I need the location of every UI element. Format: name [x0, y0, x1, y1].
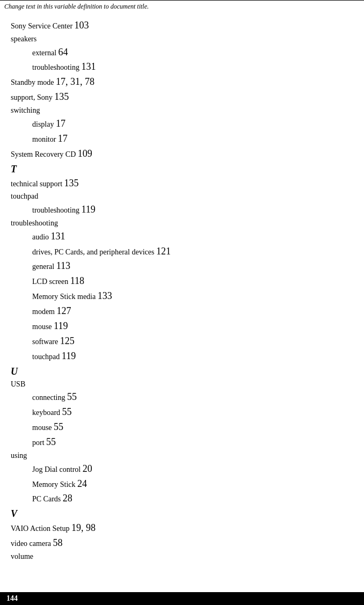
subentry-term: LCD screen: [32, 278, 70, 286]
subentry-term: mouse: [32, 323, 54, 331]
index-entry: troubleshooting: [11, 217, 353, 229]
index-entry: Standby mode 17, 31, 78: [11, 75, 353, 90]
subentry-pagenum: 119: [62, 351, 76, 361]
index-entry: technical support 135: [11, 176, 353, 191]
sub-entry: drives, PC Cards, and peripheral devices…: [11, 244, 353, 259]
entry-term: switching: [11, 106, 40, 114]
subentry-pagenum: 133: [98, 290, 112, 301]
entry-term: technical support: [11, 180, 64, 188]
index-entry: support, Sony 135: [11, 90, 353, 105]
index-entry: speakers: [11, 33, 353, 45]
entry-pagenum: 58: [53, 537, 63, 548]
header-text: Change text in this variable definition …: [4, 3, 149, 10]
sub-entry: troubleshooting 131: [11, 60, 353, 75]
subentry-pagenum: 55: [54, 421, 63, 432]
entry-term: USB: [11, 380, 25, 388]
sub-entry: LCD screen 118: [11, 274, 353, 289]
index-entry: volume: [11, 551, 353, 563]
subentry-term: Memory Stick media: [32, 293, 98, 301]
index-entry: USB: [11, 378, 353, 390]
subentry-term: keyboard: [32, 409, 62, 417]
entry-term: System Recovery CD: [11, 150, 78, 158]
subentry-term: external: [32, 49, 59, 57]
sub-entry: Jog Dial control 20: [11, 462, 353, 477]
subentry-pagenum: 127: [57, 305, 71, 316]
subentry-pagenum: 55: [46, 436, 56, 447]
subentry-term: troubleshooting: [32, 206, 81, 214]
sub-entry: audio 131: [11, 229, 353, 244]
subentry-pagenum: 113: [56, 260, 70, 271]
entry-term: troubleshooting: [11, 219, 58, 227]
subentry-pagenum: 64: [59, 47, 68, 57]
subentry-term: software: [32, 338, 60, 346]
subentry-term: port: [32, 439, 46, 447]
index-entry: switching: [11, 105, 353, 116]
index-entry: video camera 58: [11, 536, 353, 551]
subentry-term: display: [32, 120, 56, 128]
page-header: Change text in this variable definition …: [0, 0, 364, 13]
subentry-pagenum: 17: [58, 133, 68, 144]
page-content: Sony Service Center 103speakersexternal …: [0, 13, 364, 595]
subentry-pagenum: 118: [70, 275, 84, 286]
subentry-pagenum: 119: [81, 204, 95, 215]
sub-entry: Memory Stick media 133: [11, 289, 353, 304]
sub-entry: port 55: [11, 435, 353, 450]
sub-entry: mouse 119: [11, 319, 353, 334]
sub-entry: software 125: [11, 334, 353, 349]
section-letter-t: T: [11, 164, 353, 175]
index-entry: using: [11, 450, 353, 462]
sub-entry: external 64: [11, 45, 353, 60]
subentry-term: Memory Stick: [32, 480, 77, 489]
sub-entry: general 113: [11, 259, 353, 274]
entry-term: Standby mode: [11, 78, 56, 86]
sub-entry: display 17: [11, 116, 353, 132]
page-footer: 144: [0, 592, 364, 605]
subentry-term: audio: [32, 233, 51, 241]
entry-pagenum: 135: [64, 178, 79, 188]
subentry-pagenum: 17: [56, 118, 65, 129]
section-letter-v: V: [11, 508, 353, 520]
subentry-pagenum: 131: [81, 61, 96, 72]
sub-entry: keyboard 55: [11, 405, 353, 420]
subentry-pagenum: 55: [62, 406, 72, 417]
index-entry: Sony Service Center 103: [11, 18, 353, 33]
sub-entry: troubleshooting 119: [11, 202, 353, 217]
sub-entry: Memory Stick 24: [11, 477, 353, 492]
subentry-pagenum: 55: [67, 391, 77, 402]
entry-term: volume: [11, 552, 33, 560]
section-letter-u: U: [11, 366, 353, 377]
entry-term: video camera: [11, 540, 53, 548]
subentry-term: troubleshooting: [32, 63, 81, 71]
subentry-term: mouse: [32, 424, 54, 432]
subentry-term: connecting: [32, 393, 67, 402]
entry-pagenum: 109: [78, 148, 92, 159]
subentry-pagenum: 24: [77, 478, 87, 489]
subentry-term: touchpad: [32, 353, 62, 361]
index-entry: touchpad: [11, 191, 353, 202]
subentry-term: general: [32, 263, 56, 271]
subentry-term: monitor: [32, 135, 58, 143]
index-entry: System Recovery CD 109: [11, 147, 353, 162]
entry-pagenum: 19, 98: [71, 522, 96, 533]
subentry-term: PC Cards: [32, 495, 63, 503]
entry-term: speakers: [11, 35, 37, 43]
subentry-pagenum: 20: [83, 463, 92, 474]
entry-term: touchpad: [11, 192, 38, 200]
entry-term: using: [11, 451, 27, 460]
entry-pagenum: 135: [54, 91, 69, 102]
sub-entry: mouse 55: [11, 420, 353, 435]
sub-entry: connecting 55: [11, 390, 353, 405]
entry-pagenum: 103: [75, 20, 89, 31]
subentry-term: Jog Dial control: [32, 465, 83, 473]
subentry-pagenum: 119: [54, 320, 68, 331]
subentry-pagenum: 131: [51, 231, 65, 242]
sub-entry: PC Cards 28: [11, 491, 353, 506]
entry-term: Sony Service Center: [11, 22, 75, 30]
subentry-pagenum: 28: [63, 493, 72, 504]
entry-pagenum: 17, 31, 78: [56, 76, 94, 87]
subentry-term: drives, PC Cards, and peripheral devices: [32, 248, 156, 256]
sub-entry: modem 127: [11, 304, 353, 319]
subentry-pagenum: 125: [60, 336, 75, 346]
sub-entry: monitor 17: [11, 132, 353, 147]
sub-entry: touchpad 119: [11, 349, 353, 364]
